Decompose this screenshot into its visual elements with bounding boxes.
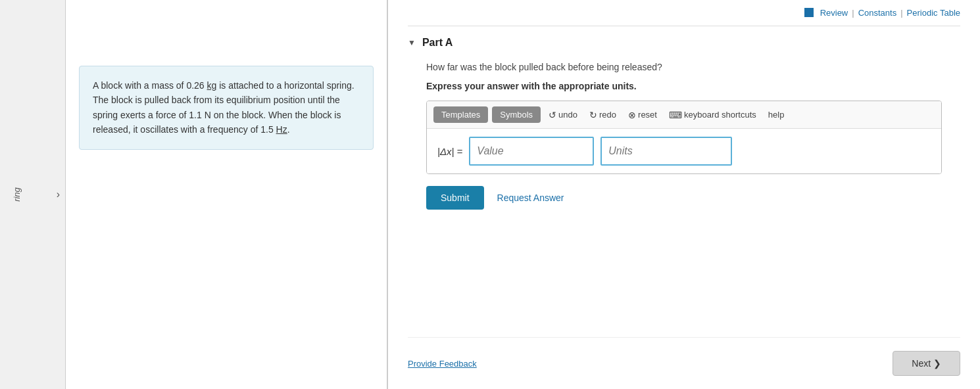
constants-link[interactable]: Constants [858,8,897,18]
provide-feedback-link[interactable]: Provide Feedback [408,359,477,369]
next-button[interactable]: Next ❯ [893,351,960,376]
undo-icon: ↺ [549,110,556,120]
templates-button[interactable]: Templates [433,106,488,123]
help-label: help [768,110,785,120]
redo-icon: ↻ [589,110,597,120]
undo-button[interactable]: ↺ undo [545,107,581,123]
problem-text: A block with a mass of 0.26 kg is attach… [93,80,355,135]
part-collapse-icon[interactable]: ▼ [408,38,416,47]
part-a-header: ▼ Part A [408,26,960,55]
symbols-button[interactable]: Symbols [492,106,541,123]
help-button[interactable]: help [764,107,789,122]
reset-label: reset [638,110,657,120]
separator-1: | [852,8,854,18]
submit-button[interactable]: Submit [426,186,484,210]
bottom-bar: Provide Feedback Next ❯ [408,337,960,376]
request-answer-link[interactable]: Request Answer [497,193,564,203]
sidebar-strip: ring › [0,0,66,389]
problem-area: A block with a mass of 0.26 kg is attach… [66,0,388,389]
keyboard-icon: ⌨ [669,110,682,120]
redo-label: redo [599,110,616,120]
action-row: Submit Request Answer [426,186,942,210]
part-a-title: Part A [422,37,453,49]
equation-label: |Δx| = [437,146,462,157]
redo-button[interactable]: ↻ redo [585,107,620,123]
top-links-bar: Review | Constants | Periodic Table [408,0,960,26]
undo-label: undo [558,110,577,120]
keyboard-label: keyboard shortcuts [684,110,756,120]
sidebar-label: ring [12,187,22,202]
reset-icon: ⊗ [628,110,636,120]
units-input[interactable] [600,137,732,166]
value-input[interactable] [469,137,594,166]
equation-row: |Δx| = [427,129,941,173]
sidebar-toggle-icon[interactable]: › [57,189,60,200]
separator-2: | [900,8,902,18]
review-link[interactable]: Review [820,8,848,18]
reset-button[interactable]: ⊗ reset [624,107,661,123]
express-instruction: Express your answer with the appropriate… [426,81,960,91]
math-input-container: Templates Symbols ↺ undo ↻ redo ⊗ reset … [426,101,942,174]
answer-area: Review | Constants | Periodic Table ▼ Pa… [388,0,980,389]
review-icon [804,8,814,17]
keyboard-shortcuts-button[interactable]: ⌨ keyboard shortcuts [665,107,760,123]
problem-box: A block with a mass of 0.26 kg is attach… [79,66,374,150]
periodic-table-link[interactable]: Periodic Table [907,8,960,18]
question-text: How far was the block pulled back before… [426,60,960,74]
math-toolbar: Templates Symbols ↺ undo ↻ redo ⊗ reset … [427,101,941,129]
